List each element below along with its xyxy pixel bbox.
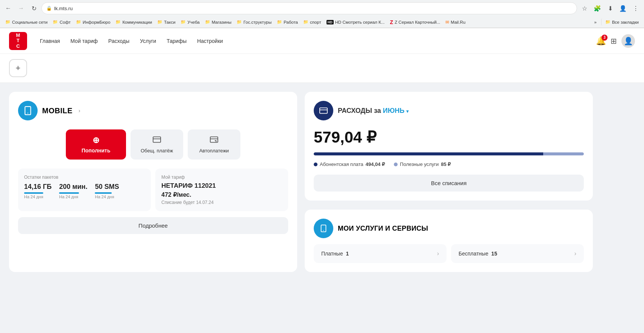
services-icon (314, 219, 333, 238)
mail-icon: ✉ (445, 20, 449, 25)
legend-subscription: Абонентская плата 494,04 ₽ (314, 161, 385, 167)
browser-toolbar: ← → ↻ 🔒 lk.mts.ru ☆ 🧩 ⬇ 👤 ⋮ (0, 0, 644, 17)
packet-gb-label: На 24 дня (24, 195, 52, 199)
bookmark-soft[interactable]: 📁 Софт (50, 18, 73, 26)
shared-payment-label: Обещ. платёж (141, 148, 173, 154)
nav-settings[interactable]: Настройки (193, 35, 227, 47)
packet-sms-label: На 24 дня (95, 195, 119, 199)
bookmark-inform[interactable]: 📁 ИнформБюро (74, 18, 113, 26)
bookmark-label: ИнформБюро (83, 20, 111, 24)
mobile-icon (18, 101, 38, 120)
expenses-card: РАСХОДЫ за ИЮНЬ ▾ 579,04 ₽ Абонентская п… (305, 92, 593, 201)
bookmark-work[interactable]: 📁 Работа (275, 18, 300, 26)
service-free-label: Бесплатные 15 (459, 251, 497, 257)
nav-home[interactable]: Главная (36, 35, 64, 47)
bookmark-taxi[interactable]: 📁 Такси (155, 18, 178, 26)
all-bookmarks-label: Все закладки (612, 20, 639, 24)
bookmark-mailru[interactable]: ✉ Mail.Ru (443, 18, 468, 26)
mobile-title-arrow[interactable]: › (79, 108, 80, 114)
bookmark-label: Гос.структуры (243, 20, 272, 24)
bookmark-sport[interactable]: 📁 спорт (301, 18, 324, 26)
service-paid[interactable]: Платные 1 › (314, 244, 447, 263)
mts-logo[interactable]: М Т С (9, 32, 27, 50)
notification-bell-button[interactable]: 🔔 3 (596, 36, 606, 46)
nav-expenses[interactable]: Расходы (105, 35, 133, 47)
service-paid-count: 1 (346, 251, 349, 257)
add-account-button[interactable]: + (9, 59, 27, 77)
svg-rect-8 (321, 225, 326, 232)
bookmark-label: Коммуникации (122, 20, 152, 24)
plus-circle-icon: ⊕ (93, 135, 99, 145)
folder-icon: 📁 (53, 20, 58, 24)
info-section: Остатки пакетов 14,16 ГБ На 24 дня 200 м… (18, 169, 288, 211)
service-free-arrow: › (574, 250, 576, 257)
legend-dot-subscription (314, 163, 317, 166)
replenish-button[interactable]: ⊕ Пополнить (66, 129, 126, 160)
user-avatar[interactable]: 👤 (621, 34, 635, 48)
address-bar[interactable]: 🔒 lk.mts.ru (41, 2, 577, 14)
payment-icon (153, 135, 161, 146)
nav-services[interactable]: Услуги (136, 35, 160, 47)
packet-min-label: На 24 дня (59, 195, 87, 199)
svg-rect-6 (320, 108, 327, 114)
refresh-button[interactable]: ↻ (29, 3, 39, 14)
autopayment-button[interactable]: Автоплатежи (188, 129, 240, 160)
expenses-icon (314, 101, 333, 120)
packets-title: Остатки пакетов (24, 175, 145, 180)
legend-subscription-label: Абонентская плата (320, 161, 363, 167)
bookmarks-more-button[interactable]: » (592, 19, 598, 26)
legend-services-label: Полезные услуги (400, 161, 439, 167)
dropdown-icon[interactable]: ▾ (406, 109, 409, 114)
shared-payment-button[interactable]: Обещ. платёж (131, 129, 183, 160)
notification-badge: 3 (601, 35, 608, 41)
expenses-bar-main (314, 152, 543, 155)
site-nav: Главная Мой тариф Расходы Услуги Тарифы … (36, 35, 227, 47)
packet-gb-value: 14,16 ГБ (24, 183, 52, 191)
bookmark-shops[interactable]: 📁 Магазины (203, 18, 234, 26)
more-arrow: » (594, 20, 596, 24)
all-bookmarks-button[interactable]: 📁 Все закладки (601, 18, 641, 26)
bookmark-star-button[interactable]: ☆ (579, 3, 590, 14)
legend-dot-services (394, 163, 398, 166)
site-header: М Т С Главная Мой тариф Расходы Услуги Т… (0, 28, 644, 54)
browser-chrome: ← → ↻ 🔒 lk.mts.ru ☆ 🧩 ⬇ 👤 ⋮ 📁 Социальные… (0, 0, 644, 28)
folder-icon: 📁 (303, 20, 308, 24)
bookmark-hd[interactable]: HD HD Смотреть сериал К... (324, 19, 387, 26)
bookmark-serial[interactable]: Z Z Сериал Карточный... (388, 18, 443, 26)
menu-button[interactable]: ⋮ (630, 3, 641, 14)
bookmark-study[interactable]: 📁 Учеба (178, 18, 202, 26)
legend-services-value: 85 ₽ (441, 161, 451, 167)
packet-min-value: 200 мин. (59, 183, 87, 191)
tariff-section-title: Мой тариф (161, 175, 282, 180)
expenses-month-selector[interactable]: ИЮНЬ (383, 107, 404, 114)
bookmark-social[interactable]: 📁 Социальные сети (3, 18, 50, 26)
packet-gb-bar (24, 192, 43, 194)
bookmark-label: Софт (59, 20, 70, 24)
extensions-button[interactable]: 🧩 (592, 3, 603, 14)
folder-icon: 📁 (277, 20, 282, 24)
all-charges-button[interactable]: Все списания (314, 175, 584, 192)
packets-box: Остатки пакетов 14,16 ГБ На 24 дня 200 м… (18, 169, 151, 211)
right-column: РАСХОДЫ за ИЮНЬ ▾ 579,04 ₽ Абонентская п… (305, 92, 593, 272)
grid-menu-button[interactable]: ⊞ (611, 36, 617, 46)
service-free[interactable]: Бесплатные 15 › (451, 244, 584, 263)
forward-button[interactable]: → (16, 3, 26, 14)
folder-icon: 📁 (237, 20, 242, 24)
profile-button[interactable]: 👤 (618, 3, 628, 14)
download-button[interactable]: ⬇ (605, 3, 615, 14)
legend-services: Полезные услуги 85 ₽ (394, 161, 451, 167)
nav-tariffs[interactable]: Тарифы (163, 35, 190, 47)
mobile-card-header: MOBILE › (18, 101, 288, 120)
action-buttons: ⊕ Пополнить Обещ. платёж (18, 129, 288, 160)
back-button[interactable]: ← (3, 3, 14, 14)
bookmark-label: Работа (284, 20, 298, 24)
nav-mytariff[interactable]: Мой тариф (67, 35, 101, 47)
bookmark-comm[interactable]: 📁 Коммуникации (113, 18, 154, 26)
details-button[interactable]: Подробнее (18, 217, 288, 234)
expenses-bar (314, 152, 584, 155)
bookmark-label: Z Сериал Карточный... (395, 20, 440, 24)
autopayment-label: Автоплатежи (199, 148, 229, 154)
bookmark-label: Такси (164, 20, 175, 24)
bookmark-gov[interactable]: 📁 Гос.структуры (234, 18, 274, 26)
service-paid-text: Платные (321, 251, 343, 257)
